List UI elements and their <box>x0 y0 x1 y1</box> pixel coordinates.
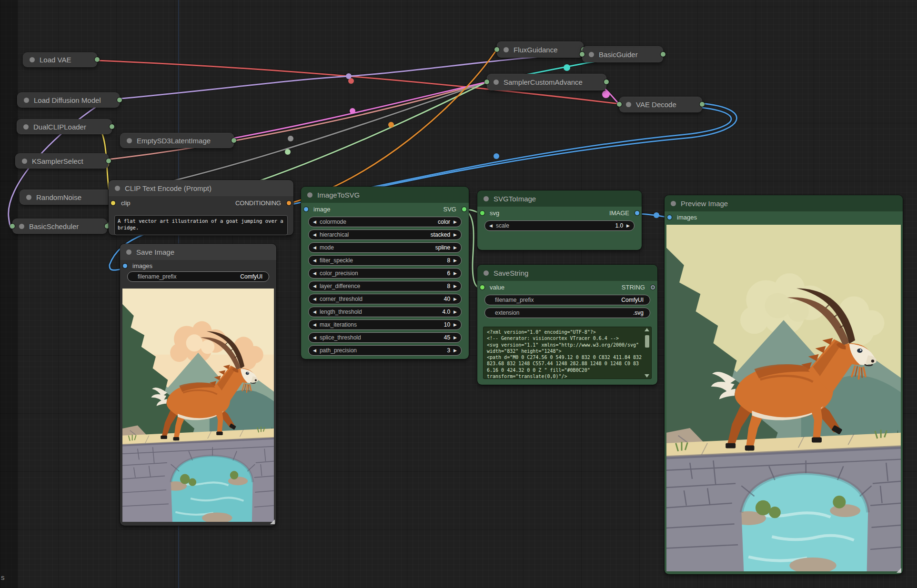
collapse-dot-icon[interactable] <box>26 195 31 200</box>
preview-image-display[interactable] <box>666 225 901 571</box>
right-arrow-icon[interactable]: ▶ <box>453 233 457 237</box>
node-savestring[interactable]: SaveString value STRING filename_prefix … <box>477 265 657 385</box>
scroll-down-icon[interactable] <box>645 374 649 378</box>
filter-speckle-widget[interactable]: ◀filter_speckle8▶ <box>308 255 462 266</box>
collapse-dot-icon[interactable] <box>484 270 489 276</box>
node-randomnoise[interactable]: RandomNoise <box>20 189 112 205</box>
node-fluxguidance[interactable]: FluxGuidance <box>497 41 584 58</box>
collapse-dot-icon[interactable] <box>22 159 27 164</box>
node-header[interactable]: ImageToSVG <box>301 187 469 203</box>
node-load-vae[interactable]: Load VAE <box>23 52 97 67</box>
colormode-widget[interactable]: ◀colormodecolor▶ <box>308 217 462 227</box>
node-header[interactable]: Save Image <box>120 244 276 260</box>
node-vae-decode[interactable]: VAE Decode <box>619 97 702 112</box>
mode-widget[interactable]: ◀modespline▶ <box>308 242 462 253</box>
filename-prefix-widget[interactable]: filename_prefix ComfyUI <box>484 295 650 305</box>
output-port[interactable] <box>232 138 236 143</box>
images-input-port[interactable] <box>123 264 127 268</box>
collapse-dot-icon[interactable] <box>126 249 131 255</box>
hierarchical-widget[interactable]: ◀hierarchicalstacked▶ <box>308 229 462 240</box>
string-output-port[interactable] <box>651 285 655 289</box>
prompt-textarea[interactable]: A flat vector art illustration of a goat… <box>114 215 288 235</box>
node-load-diffusion-model[interactable]: Load Diffusion Model <box>17 92 120 108</box>
left-arrow-icon[interactable]: ◀ <box>313 310 316 314</box>
output-port[interactable] <box>700 102 705 107</box>
extension-widget[interactable]: extension .svg <box>484 308 650 318</box>
resize-handle[interactable] <box>897 568 901 573</box>
output-port[interactable] <box>661 52 665 57</box>
node-samplercustomadvance[interactable]: SamplerCustomAdvance <box>487 74 606 90</box>
image-output-port[interactable] <box>635 211 639 215</box>
input-port[interactable] <box>617 102 622 107</box>
node-emptysd3latentimage[interactable]: EmptySD3LatentImage <box>120 133 234 148</box>
collapse-dot-icon[interactable] <box>19 224 24 229</box>
length-threshold-widget[interactable]: ◀length_threshold4.0▶ <box>308 307 462 317</box>
max-iterations-widget[interactable]: ◀max_iterations10▶ <box>308 319 462 330</box>
node-graph-canvas[interactable]: s <box>0 0 917 588</box>
scale-widget[interactable]: ◀scale1.0▶ <box>484 220 635 231</box>
right-arrow-icon[interactable]: ▶ <box>453 349 457 353</box>
filename-prefix-widget[interactable]: filename_prefix ComfyUI <box>127 271 269 282</box>
right-arrow-icon[interactable]: ▶ <box>453 297 457 301</box>
resize-handle[interactable] <box>270 519 275 524</box>
left-arrow-icon[interactable]: ◀ <box>313 336 316 340</box>
collapse-dot-icon[interactable] <box>626 102 631 107</box>
saved-image-preview[interactable] <box>122 289 274 522</box>
collapse-dot-icon[interactable] <box>307 192 312 198</box>
string-value-textarea[interactable]: <?xml version="1.0" encoding="UTF-8"?> <… <box>483 327 652 379</box>
path-precision-widget[interactable]: ◀path_precision3▶ <box>308 345 462 356</box>
left-arrow-icon[interactable]: ◀ <box>313 284 316 289</box>
node-header[interactable]: Preview Image <box>665 195 903 211</box>
svg-input-port[interactable] <box>480 211 484 215</box>
input-port[interactable] <box>10 224 15 229</box>
node-basicscheduler[interactable]: BasicScheduler <box>12 219 107 234</box>
right-arrow-icon[interactable]: ▶ <box>453 310 457 314</box>
input-port[interactable] <box>484 80 489 84</box>
svg-output-port[interactable] <box>462 207 466 211</box>
right-arrow-icon[interactable]: ▶ <box>453 220 457 224</box>
output-port[interactable] <box>110 124 114 129</box>
left-arrow-icon[interactable]: ◀ <box>313 259 316 263</box>
scroll-thumb[interactable] <box>645 335 649 348</box>
node-dualcliploader[interactable]: DualCLIPLoader <box>17 119 112 134</box>
scrollbar[interactable] <box>644 328 650 378</box>
value-input-port[interactable] <box>480 285 484 289</box>
output-port[interactable] <box>95 57 100 62</box>
right-arrow-icon[interactable]: ▶ <box>453 271 457 276</box>
output-port[interactable] <box>117 98 122 102</box>
right-arrow-icon[interactable]: ▶ <box>453 246 457 250</box>
node-save-image[interactable]: Save Image images filename_prefix ComfyU… <box>120 244 276 526</box>
right-arrow-icon[interactable]: ▶ <box>453 323 457 327</box>
right-arrow-icon[interactable]: ▶ <box>453 336 457 340</box>
collapse-dot-icon[interactable] <box>127 138 132 143</box>
left-arrow-icon[interactable]: ◀ <box>313 297 316 301</box>
images-input-port[interactable] <box>667 215 672 219</box>
splice-threshold-widget[interactable]: ◀splice_threshold45▶ <box>308 332 462 343</box>
node-preview-image[interactable]: Preview Image images <box>665 195 903 574</box>
collapse-dot-icon[interactable] <box>23 124 29 130</box>
image-input-port[interactable] <box>304 207 308 211</box>
corner-threshold-widget[interactable]: ◀corner_threshold40▶ <box>308 294 462 304</box>
collapse-dot-icon[interactable] <box>24 98 29 103</box>
left-arrow-icon[interactable]: ◀ <box>313 271 316 276</box>
left-arrow-icon[interactable]: ◀ <box>489 224 493 228</box>
node-header[interactable]: CLIP Text Encode (Prompt) <box>109 180 293 196</box>
node-basicguider[interactable]: BasicGuider <box>582 46 663 62</box>
right-arrow-icon[interactable]: ▶ <box>453 259 457 263</box>
collapse-dot-icon[interactable] <box>589 52 594 57</box>
collapse-dot-icon[interactable] <box>494 80 499 85</box>
output-port[interactable] <box>106 159 111 163</box>
left-arrow-icon[interactable]: ◀ <box>313 349 316 353</box>
conditioning-output-port[interactable] <box>287 201 291 205</box>
color-precision-widget[interactable]: ◀color_precision6▶ <box>308 268 462 279</box>
right-arrow-icon[interactable]: ▶ <box>453 284 457 289</box>
node-header[interactable]: SVGToImage <box>477 190 642 207</box>
collapse-dot-icon[interactable] <box>504 47 509 52</box>
left-arrow-icon[interactable]: ◀ <box>313 323 316 327</box>
node-header[interactable]: SaveString <box>477 265 657 281</box>
input-port[interactable] <box>580 52 584 57</box>
collapse-dot-icon[interactable] <box>671 201 676 206</box>
node-ksamplerselect[interactable]: KSamplerSelect <box>15 153 109 169</box>
left-arrow-icon[interactable]: ◀ <box>313 233 316 237</box>
output-port[interactable] <box>604 80 609 84</box>
